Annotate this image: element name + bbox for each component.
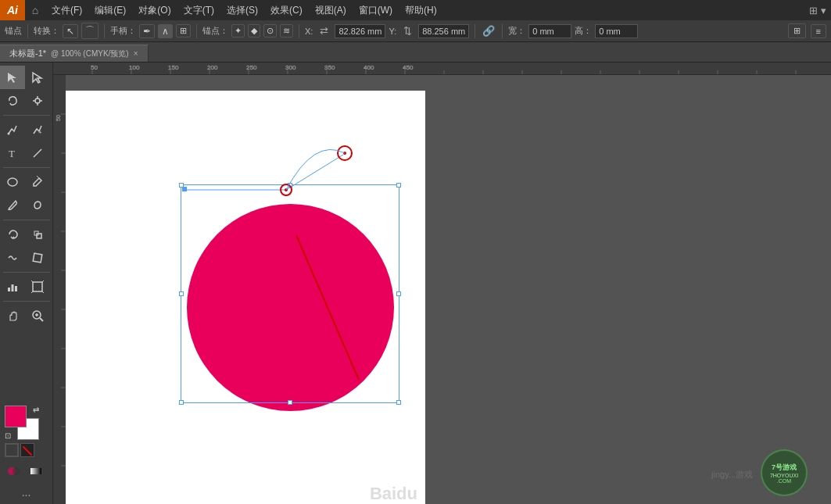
pencil-tool[interactable] bbox=[25, 170, 50, 194]
stroke-box[interactable] bbox=[5, 443, 19, 457]
svg-text:400: 400 bbox=[364, 64, 374, 71]
menu-bar: Ai ⌂ 文件(F) 编辑(E) 对象(O) 文字(T) 选择(S) 效果(C)… bbox=[0, 0, 831, 20]
svg-line-21 bbox=[42, 291, 44, 293]
home-icon-btn[interactable]: ⌂ bbox=[25, 0, 45, 20]
handle-tr[interactable] bbox=[396, 183, 401, 188]
circle-shape[interactable] bbox=[187, 204, 394, 411]
artboard-tool[interactable] bbox=[25, 275, 50, 298]
rotate-tool[interactable] bbox=[0, 223, 25, 246]
svg-rect-58 bbox=[53, 75, 66, 504]
stroke-fill-row bbox=[5, 443, 34, 457]
menu-help[interactable]: 帮助(H) bbox=[399, 0, 443, 20]
tab-close-btn[interactable]: × bbox=[134, 49, 138, 58]
handle-br[interactable] bbox=[396, 400, 401, 405]
svg-rect-12 bbox=[37, 234, 41, 238]
align-icon[interactable]: ≡ bbox=[811, 24, 826, 38]
svg-rect-14 bbox=[8, 288, 10, 291]
separator-5 bbox=[475, 24, 475, 38]
svg-rect-72 bbox=[182, 187, 187, 191]
extra-icons bbox=[5, 462, 45, 481]
white-canvas[interactable]: Baidu www.com bbox=[66, 91, 425, 504]
direct-select-tool[interactable] bbox=[25, 66, 50, 89]
menu-object[interactable]: 对象(O) bbox=[132, 0, 177, 20]
anchor-icon-1[interactable]: ✦ bbox=[231, 24, 245, 38]
transform-icon-2[interactable]: ⌒ bbox=[81, 23, 99, 39]
svg-rect-13 bbox=[33, 253, 42, 263]
svg-text:450: 450 bbox=[403, 64, 414, 71]
tool-row-9 bbox=[0, 275, 52, 298]
zoom-tool[interactable] bbox=[25, 304, 50, 327]
menu-select[interactable]: 选择(S) bbox=[220, 0, 264, 20]
tool-sep-3 bbox=[3, 220, 50, 220]
reset-colors-icon[interactable]: ⊡ bbox=[5, 431, 11, 440]
free-transform-tool[interactable] bbox=[25, 246, 50, 270]
tool-sep-2 bbox=[3, 167, 50, 168]
svg-point-9 bbox=[8, 178, 17, 186]
menu-view[interactable]: 视图(A) bbox=[309, 0, 353, 20]
arrange-icon[interactable]: ⊞ bbox=[788, 23, 806, 38]
transform-label: 转换： bbox=[34, 25, 59, 37]
menu-file[interactable]: 文件(F) bbox=[45, 0, 88, 20]
hand-tool[interactable] bbox=[0, 304, 25, 327]
pen-tool[interactable] bbox=[0, 118, 25, 141]
handle-tc[interactable] bbox=[288, 183, 292, 188]
svg-line-18 bbox=[31, 281, 33, 282]
handle-bl[interactable] bbox=[179, 400, 184, 405]
fg-color-box[interactable] bbox=[5, 406, 27, 427]
transform-icon-1[interactable]: ↖ bbox=[63, 24, 78, 38]
handle-icon-1[interactable]: ✒ bbox=[139, 24, 155, 38]
magic-wand-tool[interactable] bbox=[25, 89, 50, 113]
paintbrush-tool[interactable] bbox=[0, 194, 25, 217]
svg-line-10 bbox=[37, 176, 39, 178]
workspace-switcher[interactable]: ⊞ ▾ bbox=[809, 5, 826, 16]
menu-edit[interactable]: 编辑(E) bbox=[88, 0, 132, 20]
width-label: 宽： bbox=[508, 25, 525, 37]
artboard[interactable]: Baidu www.com 7号游戏 7HOYOUXI .COM jingy..… bbox=[66, 75, 831, 504]
tool-row-2 bbox=[0, 89, 52, 113]
tool-row-7 bbox=[0, 223, 52, 246]
lasso-tool[interactable] bbox=[0, 89, 25, 113]
anchor-icon-2[interactable]: ◆ bbox=[248, 24, 260, 38]
separator-6 bbox=[502, 24, 503, 38]
none-box[interactable] bbox=[20, 443, 34, 457]
width-input[interactable] bbox=[528, 24, 571, 38]
tab-untitled[interactable]: 未标题-1* @ 100% (CMYK/预览) × bbox=[0, 45, 149, 62]
svg-point-74 bbox=[285, 188, 288, 191]
blob-brush-tool[interactable] bbox=[25, 194, 50, 217]
swap-colors-icon[interactable]: ⇄ bbox=[33, 406, 39, 414]
svg-text:100: 100 bbox=[129, 64, 140, 71]
tool-row-3: + bbox=[0, 118, 52, 141]
canvas-area[interactable]: 50 100 150 200 250 300 350 400 450 bbox=[53, 63, 831, 504]
y-input[interactable] bbox=[418, 24, 469, 38]
column-graph-tool[interactable] bbox=[0, 275, 25, 298]
handle-icon-2[interactable]: ∧ bbox=[158, 24, 173, 38]
menu-type[interactable]: 文字(T) bbox=[177, 0, 220, 20]
warp-tool[interactable] bbox=[0, 246, 25, 270]
handle-mr[interactable] bbox=[396, 291, 401, 296]
svg-line-20 bbox=[31, 291, 33, 293]
anchor-label: 锚点 bbox=[5, 25, 22, 37]
handle-tl[interactable] bbox=[179, 183, 184, 188]
menu-effect[interactable]: 效果(C) bbox=[264, 0, 309, 20]
color-mode-icon[interactable] bbox=[5, 462, 23, 481]
handle-ml[interactable] bbox=[179, 291, 184, 296]
color-boxes: ⇄ ⊡ bbox=[0, 401, 52, 485]
gradient-icon[interactable] bbox=[27, 462, 45, 481]
convert-btn[interactable]: ⊞ bbox=[176, 24, 191, 38]
add-anchor-tool[interactable]: + bbox=[25, 118, 50, 141]
line-segment-tool[interactable] bbox=[25, 141, 50, 165]
ellipse-tool[interactable] bbox=[0, 170, 25, 194]
menu-window[interactable]: 窗口(W) bbox=[353, 0, 399, 20]
select-tool[interactable] bbox=[0, 66, 25, 89]
scale-tool[interactable] bbox=[25, 223, 50, 246]
anchor2-label: 锚点： bbox=[202, 25, 228, 37]
type-tool[interactable]: T bbox=[0, 141, 25, 165]
x-input[interactable] bbox=[335, 24, 385, 38]
x-label: X: bbox=[305, 27, 313, 36]
height-input[interactable] bbox=[595, 24, 638, 38]
anchor-icon-3[interactable]: ⊙ bbox=[263, 24, 277, 38]
x-arrows-icon: ⇄ bbox=[316, 25, 331, 37]
separator-4 bbox=[299, 24, 299, 38]
more-tools-btn[interactable]: ··· bbox=[0, 485, 52, 504]
anchor-icon-4[interactable]: ≋ bbox=[280, 24, 293, 38]
